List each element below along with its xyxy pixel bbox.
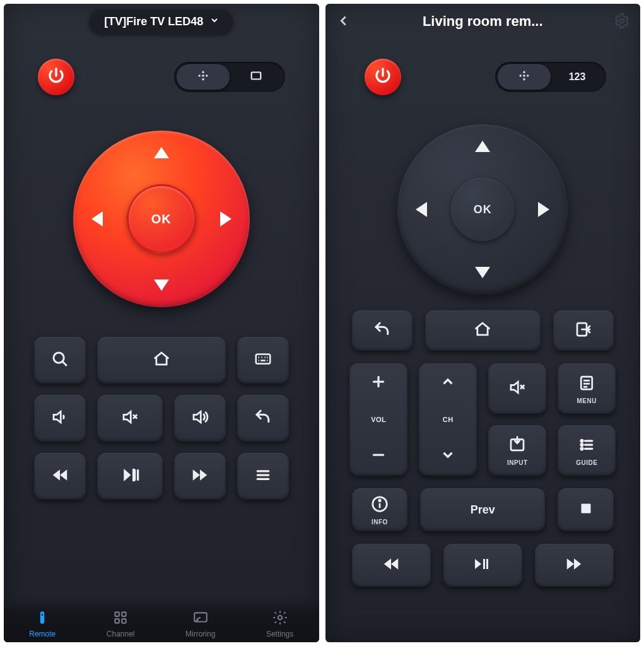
home-icon — [152, 349, 171, 371]
dpad-area: OK — [325, 115, 641, 304]
power-button[interactable] — [38, 59, 74, 95]
volume-up-button[interactable] — [174, 395, 226, 442]
mute-icon — [120, 408, 139, 429]
home-icon — [473, 320, 492, 341]
svg-point-44 — [523, 74, 525, 77]
dpad-left-button[interactable] — [91, 211, 103, 226]
channel-up-button[interactable] — [440, 373, 456, 392]
svg-marker-76 — [567, 558, 574, 570]
keyboard-button[interactable] — [237, 337, 289, 384]
svg-marker-31 — [200, 469, 207, 481]
rewind-icon — [50, 466, 69, 487]
fast-forward-button[interactable] — [174, 453, 226, 500]
exit-button[interactable] — [553, 310, 614, 351]
dpad-left-button[interactable] — [416, 202, 427, 217]
fast-forward-button[interactable] — [535, 544, 614, 587]
back-arc-icon — [373, 320, 392, 341]
back-button[interactable] — [352, 310, 413, 351]
dpad-right-button[interactable] — [220, 211, 231, 226]
info-icon — [370, 495, 389, 516]
tab-settings[interactable]: Settings — [266, 609, 293, 638]
svg-rect-75 — [486, 559, 488, 569]
dpad-ok-button[interactable]: OK — [127, 184, 196, 254]
power-mode-row — [4, 39, 319, 115]
menu-button[interactable]: MENU — [558, 363, 616, 414]
volume-up-button[interactable] — [370, 373, 387, 392]
stop-button[interactable] — [558, 488, 614, 531]
tab-label: Mirroring — [185, 630, 215, 638]
dpad-up-button[interactable] — [154, 147, 169, 158]
tab-remote[interactable]: Remote — [29, 609, 56, 638]
back-button[interactable] — [337, 14, 351, 30]
volume-down-button[interactable] — [34, 395, 86, 442]
info-button[interactable]: INFO — [352, 488, 408, 531]
prev-button[interactable]: Prev — [420, 488, 545, 531]
menu-label: MENU — [577, 397, 597, 404]
channel-down-button[interactable] — [440, 447, 456, 466]
guide-label: GUIDE — [576, 459, 597, 466]
home-button[interactable] — [97, 337, 226, 384]
svg-rect-40 — [122, 619, 126, 623]
dpad-up-button[interactable] — [475, 141, 490, 152]
guide-button[interactable]: GUIDE — [558, 425, 616, 476]
svg-point-65 — [581, 447, 583, 449]
mode-dpad-button[interactable] — [177, 64, 230, 90]
svg-point-36 — [42, 614, 44, 616]
gear-icon — [614, 20, 630, 31]
volume-down-icon — [50, 408, 69, 429]
volume-down-button[interactable] — [370, 447, 387, 466]
back-button[interactable] — [237, 395, 289, 442]
svg-point-43 — [620, 19, 624, 23]
dpad-ok-button[interactable]: OK — [451, 178, 514, 241]
rewind-button[interactable] — [352, 544, 431, 587]
rewind-icon — [382, 555, 401, 576]
exit-icon — [574, 320, 593, 341]
device-selector-pill[interactable]: [TV]Fire TV LED48 — [89, 9, 233, 35]
svg-point-42 — [278, 616, 282, 620]
power-button[interactable] — [365, 59, 401, 95]
svg-rect-29 — [137, 469, 139, 481]
button-grid — [4, 323, 319, 500]
menu-lines-button[interactable] — [237, 453, 289, 500]
search-icon — [50, 349, 69, 371]
svg-marker-30 — [192, 469, 199, 481]
mode-toggle: 123 — [495, 62, 606, 92]
svg-rect-28 — [134, 469, 136, 481]
bottom-nav: Remote Channel Mirroring Settings — [4, 597, 319, 642]
input-button[interactable]: INPUT — [488, 425, 546, 476]
play-pause-button[interactable] — [97, 453, 163, 500]
svg-line-7 — [62, 361, 66, 365]
mode-numeric-button[interactable]: 123 — [551, 64, 604, 90]
hamburger-icon — [254, 466, 272, 487]
dpad-down-button[interactable] — [154, 279, 169, 291]
home-button[interactable] — [425, 310, 541, 351]
stop-icon — [577, 499, 595, 520]
dpad-area: OK — [4, 115, 319, 323]
volume-rocker: VOL — [349, 363, 407, 476]
rewind-button[interactable] — [34, 453, 86, 500]
dpad-right-button[interactable] — [538, 202, 549, 217]
gear-icon — [272, 609, 288, 628]
mode-touchpad-button[interactable] — [230, 64, 283, 90]
nav-row — [352, 310, 614, 351]
top-bar: Living room rem... — [325, 4, 641, 39]
channel-rocker: CH — [419, 363, 477, 476]
fast-forward-icon — [565, 555, 583, 576]
mute-button[interactable] — [97, 395, 163, 442]
info-label: INFO — [372, 519, 388, 526]
mode-dpad-button[interactable] — [498, 64, 551, 90]
volume-up-icon — [190, 408, 209, 429]
tab-label: Remote — [29, 630, 56, 638]
svg-rect-37 — [115, 612, 119, 616]
tab-channel[interactable]: Channel — [107, 609, 135, 638]
mute-button[interactable] — [488, 363, 546, 414]
tab-label: Channel — [107, 630, 135, 638]
top-bar: [TV]Fire TV LED48 — [4, 4, 319, 39]
search-button[interactable] — [34, 337, 86, 384]
dpad-down-button[interactable] — [475, 267, 490, 278]
mute-icon — [508, 378, 527, 399]
play-pause-button[interactable] — [443, 544, 522, 587]
settings-button[interactable] — [614, 13, 630, 32]
tab-mirroring[interactable]: Mirroring — [185, 609, 215, 638]
remote-panel-fire-tv: [TV]Fire TV LED48 — [4, 4, 319, 642]
